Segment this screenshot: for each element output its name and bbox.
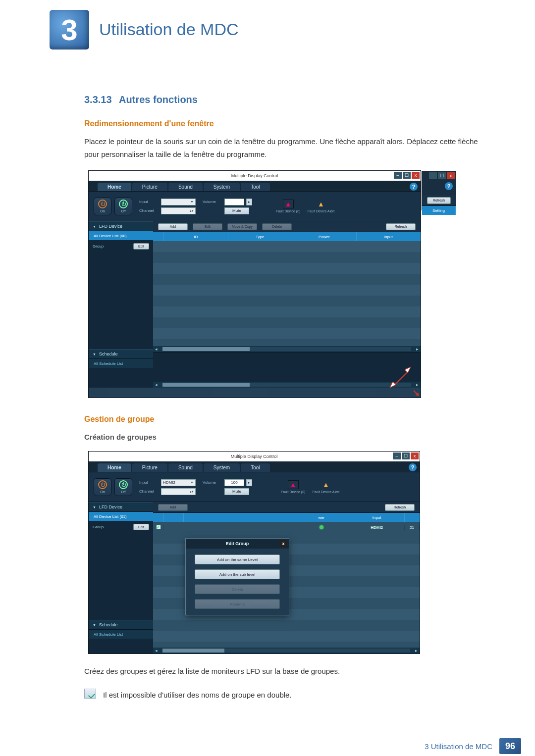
popup-delete-button[interactable]: Delete xyxy=(195,584,280,594)
sidebar-schedule[interactable]: ▼Schedule xyxy=(89,349,153,359)
volume-stepper[interactable]: ▸ xyxy=(246,199,252,205)
main-pane: Add Edit Move & Copy Delete Refresh ID T… xyxy=(153,221,421,388)
section-heading: 3.3.13 Autres fonctions xyxy=(84,94,485,105)
section-number: 3.3.13 xyxy=(84,94,112,105)
sidebar-lfd-device[interactable]: ▼LFD Device xyxy=(89,221,153,231)
power-on-button[interactable]: ⏻On xyxy=(94,478,111,496)
input-label: Input xyxy=(139,200,159,204)
fault-alert[interactable]: ▲Fault Device Alert xyxy=(307,200,334,213)
help-icon[interactable]: ? xyxy=(445,182,453,190)
tab-home[interactable]: Home xyxy=(98,463,131,472)
group-heading: Gestion de groupe xyxy=(84,415,485,424)
dialog-close-button[interactable]: x xyxy=(279,540,287,547)
sidebar-lfd-device[interactable]: ▼LFD Device xyxy=(89,502,153,512)
row-checkbox[interactable]: ✓ xyxy=(156,525,161,530)
mute-button[interactable]: Mute xyxy=(224,488,249,495)
sidebar-all-schedule-list[interactable]: All Schedule List xyxy=(89,630,153,639)
channel-dropdown[interactable]: ▴▾ xyxy=(161,207,196,214)
close-button[interactable]: x xyxy=(412,172,420,179)
fault-device-label: Fault Device (0) xyxy=(281,490,305,494)
input-dropdown[interactable]: HDMI2▼ xyxy=(161,479,196,486)
tab-home[interactable]: Home xyxy=(98,183,131,191)
minimize-button[interactable]: – xyxy=(429,172,437,179)
section-title: Autres fonctions xyxy=(119,94,198,105)
power-status-icon xyxy=(320,525,323,529)
note-icon xyxy=(84,689,96,699)
tab-system[interactable]: System xyxy=(204,463,240,472)
sidebar-all-device-list[interactable]: All Device List (01) xyxy=(89,512,153,521)
mute-button[interactable]: Mute xyxy=(224,207,249,214)
close-button[interactable]: x xyxy=(447,172,455,179)
channel-dropdown[interactable]: ▴▾ xyxy=(161,488,196,495)
group-edit-button[interactable]: Edit xyxy=(133,524,149,530)
chevron-down-icon: ▼ xyxy=(93,623,96,627)
sidebar-group-label: Group xyxy=(93,525,104,529)
table-header: ID Type Power Input xyxy=(153,232,421,241)
minimize-button[interactable]: – xyxy=(393,453,401,459)
refresh-button[interactable]: Refresh xyxy=(385,504,415,511)
help-icon[interactable]: ? xyxy=(409,463,417,471)
input-dropdown[interactable]: ▼ xyxy=(161,199,196,205)
popup-rename-button[interactable]: Rename xyxy=(195,599,280,609)
note-text: Il est impossible d'utiliser des noms de… xyxy=(103,689,292,702)
edit-button[interactable]: Edit xyxy=(193,223,222,230)
col-input[interactable]: Input xyxy=(357,232,421,241)
horizontal-scrollbar[interactable]: ◂▸ xyxy=(153,648,420,654)
maximize-button[interactable]: ☐ xyxy=(438,172,446,179)
add-button[interactable]: Add xyxy=(158,504,188,511)
tab-picture[interactable]: Picture xyxy=(132,463,167,472)
add-sub-level-button[interactable]: Add on the sub level xyxy=(195,569,280,579)
volume-stepper[interactable]: ▸ xyxy=(246,479,252,486)
group-paragraph: Créez des groupes et gérez la liste de m… xyxy=(84,665,485,678)
tab-system[interactable]: System xyxy=(204,183,240,191)
chevron-down-icon: ▼ xyxy=(190,481,194,484)
power-off-label: Off xyxy=(121,490,125,494)
maximize-button[interactable]: ☐ xyxy=(402,453,410,459)
tab-sound[interactable]: Sound xyxy=(168,463,203,472)
horizontal-scrollbar[interactable]: ◂▸ xyxy=(153,346,421,352)
refresh-button[interactable]: Refresh xyxy=(386,223,416,230)
add-same-level-button[interactable]: Add on the same Level xyxy=(195,554,280,564)
fault-device[interactable]: ▲Fault Device (0) xyxy=(281,480,305,494)
power-on-icon: ⏻ xyxy=(98,200,107,208)
power-on-button[interactable]: ⏻On xyxy=(94,198,111,215)
group-subheading: Création de groupes xyxy=(84,433,485,441)
tab-sound[interactable]: Sound xyxy=(168,183,203,191)
stepper-icon: ▴▾ xyxy=(190,490,194,494)
tab-tool[interactable]: Tool xyxy=(241,183,269,191)
fault-device[interactable]: ▲Fault Device (0) xyxy=(276,200,300,213)
maximize-button[interactable]: ☐ xyxy=(403,172,411,179)
power-off-button[interactable]: ⏻Off xyxy=(114,478,132,496)
volume-label: Volume xyxy=(203,200,222,204)
delete-button[interactable]: Delete xyxy=(262,223,292,230)
fault-alert-label: Fault Device Alert xyxy=(307,209,334,213)
fault-alert[interactable]: ▲Fault Device Alert xyxy=(312,480,339,494)
col-id[interactable]: ID xyxy=(164,232,228,241)
minimize-button[interactable]: – xyxy=(394,172,402,179)
help-icon[interactable]: ? xyxy=(410,183,418,191)
volume-value[interactable]: 100 xyxy=(224,479,244,486)
sidebar-all-device-list[interactable]: All Device List (00) xyxy=(89,231,153,240)
table-row[interactable]: ✓ HDMI2 21 xyxy=(153,522,420,533)
sidebar-all-schedule-list[interactable]: All Schedule List xyxy=(89,359,153,368)
add-button[interactable]: Add xyxy=(158,223,188,230)
tab-picture[interactable]: Picture xyxy=(132,183,167,191)
resize-paragraph: Placez le pointeur de la souris sur un c… xyxy=(84,135,485,160)
volume-value[interactable] xyxy=(224,199,244,205)
channel-label: Channel xyxy=(139,208,159,213)
move-copy-button[interactable]: Move & Copy xyxy=(227,223,257,230)
group-edit-button[interactable]: Edit xyxy=(133,243,149,250)
sidebar-schedule[interactable]: ▼Schedule xyxy=(89,620,153,630)
horizontal-scrollbar[interactable]: ◂▸ xyxy=(153,382,421,388)
power-off-icon: ⏻ xyxy=(119,480,128,489)
col-power[interactable]: Power xyxy=(292,232,357,241)
col-power[interactable]: wer xyxy=(294,513,350,522)
power-off-button[interactable]: ⏻Off xyxy=(114,198,132,215)
col-input[interactable]: Input xyxy=(349,513,405,522)
tab-tool[interactable]: Tool xyxy=(241,463,269,472)
fault-device-label: Fault Device (0) xyxy=(276,209,300,213)
close-button[interactable]: x xyxy=(411,453,419,459)
col-type[interactable]: Type xyxy=(228,232,293,241)
fault-alert-icon: ▲ xyxy=(321,480,331,489)
refresh-button[interactable]: Refresh xyxy=(427,197,451,204)
